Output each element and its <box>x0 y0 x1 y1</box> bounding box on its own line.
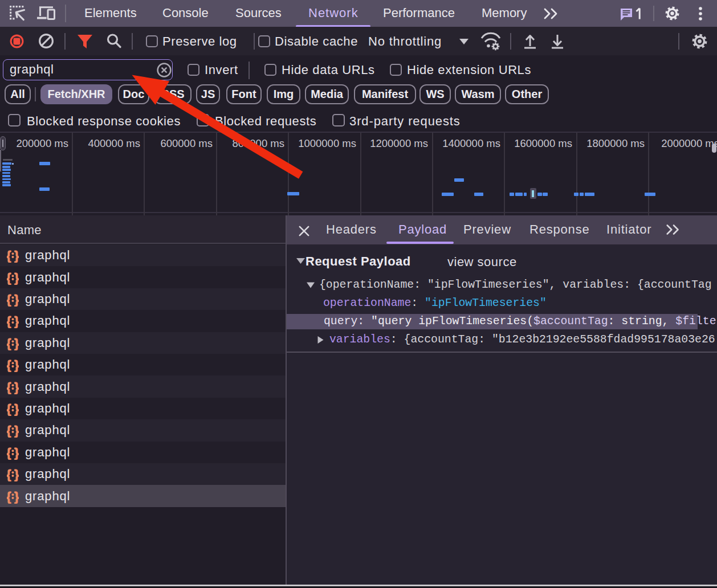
svg-text:{: { <box>7 467 11 481</box>
svg-text:}: } <box>14 292 19 307</box>
svg-text:}: } <box>14 423 19 438</box>
svg-text:}: } <box>14 446 19 460</box>
svg-text:}: } <box>14 248 19 263</box>
svg-text:{: { <box>7 314 11 328</box>
svg-text:}: } <box>14 467 19 481</box>
svg-text:{: { <box>7 271 11 285</box>
svg-text:{: { <box>7 248 11 263</box>
svg-text:}: } <box>14 336 19 350</box>
svg-text:{: { <box>7 446 11 460</box>
svg-text:{: { <box>7 423 11 438</box>
svg-text:{: { <box>7 358 11 372</box>
svg-text:}: } <box>14 402 19 416</box>
svg-text:{: { <box>7 402 11 416</box>
svg-text:{: { <box>7 489 11 504</box>
svg-text:}: } <box>14 380 19 394</box>
svg-text:{: { <box>7 336 11 350</box>
svg-text:}: } <box>14 271 19 285</box>
svg-text:}: } <box>14 358 19 372</box>
svg-text:}: } <box>14 489 19 504</box>
svg-text:}: } <box>14 314 19 328</box>
svg-text:{: { <box>7 380 11 394</box>
svg-text:{: { <box>7 292 11 307</box>
